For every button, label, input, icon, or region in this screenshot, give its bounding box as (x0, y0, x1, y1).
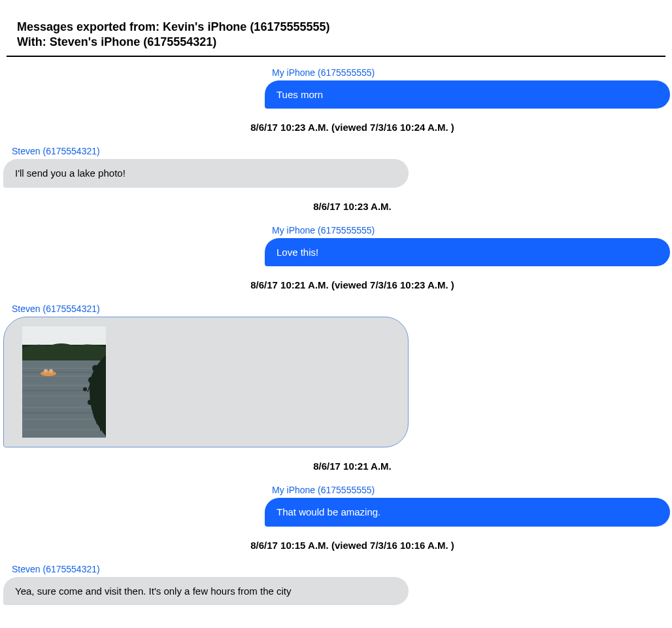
svg-point-14 (41, 371, 56, 376)
svg-point-23 (83, 387, 87, 391)
message-bubble-outgoing: That would be amazing. (265, 498, 670, 527)
message-row: Steven (6175554321) (7, 304, 665, 447)
timestamp: 8/6/17 10:23 A.M. (viewed 7/3/16 10:24 A… (7, 122, 665, 133)
sender-label-other: Steven (6175554321) (12, 564, 665, 574)
svg-point-21 (88, 400, 93, 405)
message-row: Steven (6175554321) Yea, sure come and v… (7, 564, 665, 606)
svg-point-16 (49, 369, 53, 373)
message-bubble-incoming: I'll send you a lake photo! (3, 159, 409, 188)
sender-label-me: My iPhone (6175555555) (272, 67, 665, 78)
message-row: My iPhone (6175555555) Tues morn (7, 67, 665, 109)
timestamp: 8/6/17 10:21 A.M. (viewed 7/3/16 10:23 A… (7, 279, 665, 290)
timestamp: 8/6/17 10:15 A.M. (viewed 7/3/16 10:16 A… (7, 540, 665, 551)
message-row: My iPhone (6175555555) That would be ama… (7, 485, 665, 527)
message-bubble-incoming: Yea, sure come and visit then. It's only… (3, 577, 409, 606)
lake-photo-image (22, 326, 106, 438)
svg-point-19 (90, 389, 98, 397)
message-bubble-outgoing: Tues morn (265, 80, 670, 109)
message-bubble-incoming-image (3, 317, 409, 447)
timestamp: 8/6/17 10:23 A.M. (7, 201, 665, 212)
sender-label-other: Steven (6175554321) (12, 146, 665, 156)
timestamp: 8/6/17 10:21 A.M. (7, 461, 665, 472)
message-bubble-outgoing: Love this! (265, 238, 670, 267)
svg-point-15 (44, 369, 48, 373)
header-with: With: Steven's iPhone (6175554321) (17, 35, 655, 50)
sender-label-other: Steven (6175554321) (12, 304, 665, 314)
sender-label-me: My iPhone (6175555555) (272, 485, 665, 495)
header-exported-from: Messages exported from: Kevin's iPhone (… (17, 20, 655, 35)
message-row: Steven (6175554321) I'll send you a lake… (7, 146, 665, 188)
sender-label-me: My iPhone (6175555555) (272, 225, 665, 236)
message-row: My iPhone (6175555555) Love this! (7, 225, 665, 267)
export-header: Messages exported from: Kevin's iPhone (… (7, 20, 665, 57)
